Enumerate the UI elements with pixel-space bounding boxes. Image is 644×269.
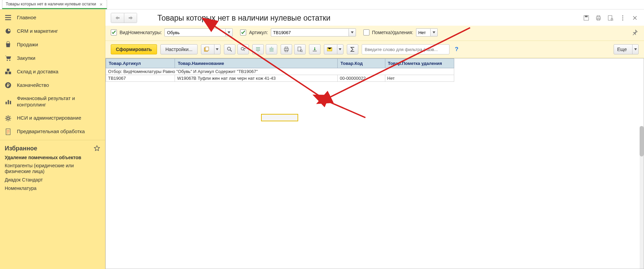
filter-article: Артикул:: [240, 28, 356, 36]
print-icon[interactable]: [595, 14, 602, 22]
cell-code: 00-00000022: [338, 75, 385, 82]
fav-item[interactable]: Удаление помеченных объектов: [5, 155, 100, 161]
svg-point-22: [622, 19, 623, 20]
nav-label: CRM и маркетинг: [17, 28, 100, 34]
nav-label: Склад и доставка: [17, 69, 100, 75]
print-preview-button[interactable]: [294, 44, 306, 54]
checkbox-unchecked-icon[interactable]: [363, 29, 369, 35]
filter-nomenclature-input[interactable]: [164, 28, 225, 36]
kebab-icon[interactable]: [619, 14, 626, 22]
svg-rect-9: [8, 100, 9, 104]
table-row[interactable]: ТВ19067 W19067В Туфли жен нат лак черн н…: [106, 75, 454, 82]
col-code[interactable]: Товар.Код: [338, 59, 385, 68]
fav-item[interactable]: Диадок Стандарт: [5, 177, 100, 183]
forward-button[interactable]: [124, 13, 137, 23]
generate-button[interactable]: Сформировать: [111, 44, 157, 54]
cell-article: ТВ19067: [106, 75, 175, 82]
svg-rect-16: [597, 16, 600, 17]
filter-label: ВидНоменклатуры:: [120, 30, 162, 35]
nav-arrows: [111, 13, 137, 23]
nav-label: Казначейство: [17, 82, 100, 89]
star-icon[interactable]: [94, 145, 100, 152]
filter-deletion-combo: [416, 28, 438, 36]
nav-label: НСИ и администрирование: [17, 115, 100, 121]
table-header-row: Товар.Артикул Товар.Наименование Товар.К…: [106, 59, 454, 68]
find-button[interactable]: [224, 44, 235, 54]
favorites-title: Избранное: [5, 145, 37, 152]
svg-point-25: [227, 47, 230, 50]
svg-rect-8: [6, 102, 7, 104]
sum-button[interactable]: [347, 44, 358, 54]
svg-point-21: [622, 17, 623, 18]
svg-point-11: [7, 117, 9, 120]
close-icon[interactable]: [631, 14, 639, 22]
dropdown-icon[interactable]: [430, 28, 438, 36]
filter-article-combo: [271, 28, 356, 36]
nav-label: Закупки: [17, 55, 100, 62]
svg-rect-14: [585, 16, 588, 17]
cart-icon: [5, 55, 11, 62]
scrollbar-thumb[interactable]: [640, 126, 644, 156]
print-button[interactable]: [281, 44, 292, 54]
nav-crm[interactable]: CRM и маркетинг: [0, 24, 105, 38]
find-prev-button[interactable]: [237, 44, 249, 54]
svg-rect-30: [298, 47, 301, 51]
checkbox-checked-icon[interactable]: [240, 29, 246, 35]
filter-info-text: Отбор: ВидНоменклатуры Равно "Обувь" И А…: [106, 68, 454, 75]
settings-button[interactable]: Настройки...: [160, 44, 198, 54]
tab-active[interactable]: Товары которых нет в наличии нулевые ост…: [2, 0, 107, 9]
nav-finance[interactable]: Финансовый результат и контроллинг: [0, 92, 105, 112]
nav-nsi[interactable]: НСИ и администрирование: [0, 112, 105, 125]
preview-icon[interactable]: [607, 14, 614, 22]
filter-search-input[interactable]: [362, 44, 449, 54]
svg-rect-5: [7, 69, 9, 71]
variants-button[interactable]: [201, 44, 221, 54]
tab-close-icon[interactable]: ×: [99, 2, 103, 6]
back-button[interactable]: [111, 13, 124, 23]
dropdown-icon[interactable]: [349, 28, 356, 36]
report-table: Товар.Артикул Товар.Наименование Товар.К…: [106, 58, 454, 82]
collapse-button[interactable]: [266, 44, 277, 54]
cell-deletion: Нет: [385, 75, 454, 82]
expand-button[interactable]: [252, 44, 264, 54]
nav-label: Финансовый результат и контроллинг: [17, 95, 100, 108]
content: Товары которых нет в наличии нулевые ост…: [105, 9, 644, 269]
svg-point-20: [622, 15, 623, 16]
nav-label: Предварительная обработка: [17, 128, 100, 135]
nav-main[interactable]: Главное: [0, 11, 105, 24]
filter-article-input[interactable]: [271, 28, 349, 36]
save-file-button[interactable]: [309, 44, 320, 54]
dropdown-icon[interactable]: [225, 28, 233, 36]
pie-chart-icon: [5, 28, 11, 34]
doc-icon: [5, 128, 11, 135]
email-button[interactable]: [324, 44, 343, 54]
report-area[interactable]: Товар.Артикул Товар.Наименование Товар.К…: [105, 58, 644, 269]
filter-label: ПометкаУдаления:: [372, 30, 413, 35]
fav-item[interactable]: Контрагенты (юридические или физические …: [5, 163, 100, 174]
col-deletion[interactable]: Товар.Пометка удаления: [385, 59, 454, 68]
svg-rect-18: [608, 16, 612, 20]
pin-icon[interactable]: [631, 29, 639, 36]
nav-sales[interactable]: Продажи: [0, 38, 105, 51]
more-button[interactable]: Еще: [614, 44, 639, 54]
bag-icon: [5, 41, 11, 48]
nav-label: Продажи: [17, 42, 100, 48]
svg-point-2: [9, 60, 10, 61]
checkbox-checked-icon[interactable]: [111, 29, 117, 35]
save-icon[interactable]: [583, 14, 590, 22]
filter-deletion-input[interactable]: [416, 28, 430, 36]
col-name[interactable]: Товар.Наименование: [175, 59, 338, 68]
col-article[interactable]: Товар.Артикул: [106, 59, 175, 68]
filter-nomenclature-type: ВидНоменклатуры:: [111, 28, 233, 36]
filter-info-row: Отбор: ВидНоменклатуры Равно "Обувь" И А…: [106, 68, 454, 75]
vertical-scrollbar[interactable]: [640, 126, 644, 269]
nav-preprocessing[interactable]: Предварительная обработка: [0, 125, 105, 139]
nav-treasury[interactable]: ₽ Казначейство: [0, 78, 105, 92]
nav-warehouse[interactable]: Склад и доставка: [0, 65, 105, 78]
svg-rect-28: [285, 47, 288, 48]
cell-name: W19067В Туфли жен нат лак черн нат кож 4…: [175, 75, 338, 82]
help-icon[interactable]: ?: [453, 46, 460, 53]
nav-purchases[interactable]: Закупки: [0, 51, 105, 65]
svg-rect-3: [5, 72, 8, 74]
fav-item[interactable]: Номенклатура: [5, 186, 100, 191]
